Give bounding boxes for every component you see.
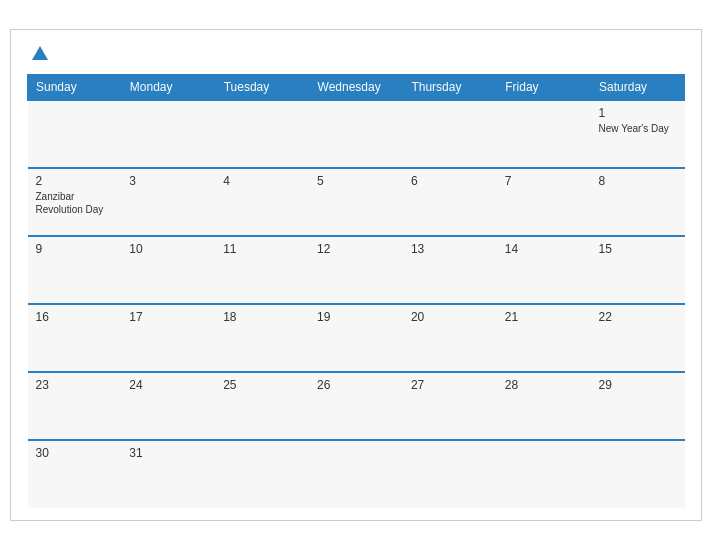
calendar-cell: 2Zanzibar Revolution Day [28, 168, 122, 236]
calendar-cell [591, 440, 685, 508]
day-number: 9 [36, 242, 114, 256]
calendar-week-row: 23242526272829 [28, 372, 685, 440]
calendar-container: SundayMondayTuesdayWednesdayThursdayFrid… [10, 29, 702, 521]
calendar-cell: 20 [403, 304, 497, 372]
calendar-cell: 5 [309, 168, 403, 236]
calendar-cell [309, 440, 403, 508]
day-number: 10 [129, 242, 207, 256]
day-number: 18 [223, 310, 301, 324]
calendar-cell [403, 100, 497, 168]
day-number: 31 [129, 446, 207, 460]
calendar-cell [403, 440, 497, 508]
calendar-cell: 10 [121, 236, 215, 304]
calendar-cell [497, 100, 591, 168]
day-number: 12 [317, 242, 395, 256]
calendar-cell: 9 [28, 236, 122, 304]
calendar-cell [215, 100, 309, 168]
day-number: 1 [599, 106, 677, 120]
day-number: 23 [36, 378, 114, 392]
day-number: 30 [36, 446, 114, 460]
calendar-cell [497, 440, 591, 508]
calendar-cell: 12 [309, 236, 403, 304]
calendar-cell: 21 [497, 304, 591, 372]
day-number: 27 [411, 378, 489, 392]
calendar-cell: 7 [497, 168, 591, 236]
holiday-name: New Year's Day [599, 122, 677, 135]
calendar-week-row: 1New Year's Day [28, 100, 685, 168]
day-number: 3 [129, 174, 207, 188]
calendar-cell: 15 [591, 236, 685, 304]
day-number: 13 [411, 242, 489, 256]
day-number: 20 [411, 310, 489, 324]
logo [27, 46, 48, 60]
calendar-cell: 4 [215, 168, 309, 236]
day-number: 6 [411, 174, 489, 188]
day-number: 29 [599, 378, 677, 392]
day-number: 14 [505, 242, 583, 256]
calendar-header [27, 46, 685, 60]
calendar-cell: 31 [121, 440, 215, 508]
calendar-cell: 27 [403, 372, 497, 440]
calendar-cell: 22 [591, 304, 685, 372]
calendar-cell [28, 100, 122, 168]
calendar-cell [121, 100, 215, 168]
weekday-header-row: SundayMondayTuesdayWednesdayThursdayFrid… [28, 75, 685, 101]
day-number: 8 [599, 174, 677, 188]
calendar-cell: 8 [591, 168, 685, 236]
day-number: 17 [129, 310, 207, 324]
calendar-cell: 29 [591, 372, 685, 440]
day-number: 16 [36, 310, 114, 324]
calendar-cell: 6 [403, 168, 497, 236]
calendar-cell: 3 [121, 168, 215, 236]
day-number: 26 [317, 378, 395, 392]
calendar-cell: 18 [215, 304, 309, 372]
weekday-header-friday: Friday [497, 75, 591, 101]
logo-blue-text [27, 46, 48, 60]
weekday-header-monday: Monday [121, 75, 215, 101]
calendar-cell: 26 [309, 372, 403, 440]
logo-triangle-icon [32, 46, 48, 60]
day-number: 22 [599, 310, 677, 324]
calendar-cell [309, 100, 403, 168]
day-number: 28 [505, 378, 583, 392]
calendar-cell: 28 [497, 372, 591, 440]
calendar-cell: 1New Year's Day [591, 100, 685, 168]
calendar-cell: 19 [309, 304, 403, 372]
weekday-header-sunday: Sunday [28, 75, 122, 101]
calendar-cell: 11 [215, 236, 309, 304]
day-number: 15 [599, 242, 677, 256]
day-number: 19 [317, 310, 395, 324]
weekday-header-thursday: Thursday [403, 75, 497, 101]
weekday-header-saturday: Saturday [591, 75, 685, 101]
day-number: 25 [223, 378, 301, 392]
weekday-header-tuesday: Tuesday [215, 75, 309, 101]
weekday-header-wednesday: Wednesday [309, 75, 403, 101]
day-number: 7 [505, 174, 583, 188]
calendar-grid: SundayMondayTuesdayWednesdayThursdayFrid… [27, 74, 685, 508]
day-number: 2 [36, 174, 114, 188]
calendar-cell: 23 [28, 372, 122, 440]
calendar-cell [215, 440, 309, 508]
day-number: 4 [223, 174, 301, 188]
calendar-cell: 17 [121, 304, 215, 372]
calendar-cell: 25 [215, 372, 309, 440]
holiday-name: Zanzibar Revolution Day [36, 190, 114, 216]
calendar-week-row: 16171819202122 [28, 304, 685, 372]
day-number: 11 [223, 242, 301, 256]
calendar-cell: 14 [497, 236, 591, 304]
calendar-cell: 24 [121, 372, 215, 440]
calendar-week-row: 2Zanzibar Revolution Day345678 [28, 168, 685, 236]
calendar-cell: 30 [28, 440, 122, 508]
day-number: 5 [317, 174, 395, 188]
calendar-week-row: 9101112131415 [28, 236, 685, 304]
calendar-cell: 16 [28, 304, 122, 372]
calendar-cell: 13 [403, 236, 497, 304]
calendar-week-row: 3031 [28, 440, 685, 508]
day-number: 24 [129, 378, 207, 392]
day-number: 21 [505, 310, 583, 324]
